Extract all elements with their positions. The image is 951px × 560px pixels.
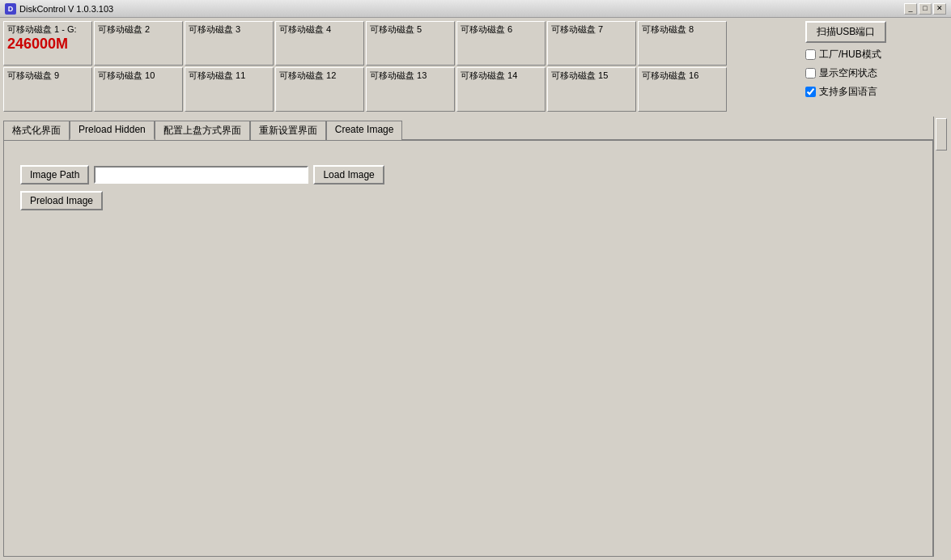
tab-config-mount[interactable]: 配置上盘方式界面 [155,121,250,140]
multilang-checkbox[interactable] [805,87,816,97]
drive-5-label: 可移动磁盘 5 [370,23,451,36]
drive-13-label: 可移动磁盘 13 [370,70,451,82]
drive-cell-16[interactable]: 可移动磁盘 16 [638,67,727,112]
drive-14-label: 可移动磁盘 14 [461,70,541,82]
factory-hub-label: 工厂/HUB模式 [819,48,881,62]
maximize-button[interactable]: □ [919,3,932,15]
form-area: Image Path Load Image Preload Image [20,165,916,210]
drive-cell-15[interactable]: 可移动磁盘 15 [547,67,636,112]
tab-bar: 格式化界面 Preload Hidden 配置上盘方式界面 重新设置界面 Cre… [3,120,933,141]
show-idle-row: 显示空闲状态 [805,66,948,80]
drive-cell-8[interactable]: 可移动磁盘 8 [638,21,727,66]
drive-2-label: 可移动磁盘 2 [98,23,179,36]
tab-config-mount-label: 配置上盘方式界面 [163,125,241,136]
drive-cell-9[interactable]: 可移动磁盘 9 [3,67,92,112]
multilang-label: 支持多国语言 [819,85,877,99]
drive-cell-13[interactable]: 可移动磁盘 13 [366,67,455,112]
image-path-button[interactable]: Image Path [20,165,89,185]
drive-8-label: 可移动磁盘 8 [642,23,723,36]
drive-cell-4[interactable]: 可移动磁盘 4 [275,21,364,66]
drive-1-value: 246000M [7,36,68,52]
drive-cell-1[interactable]: 可移动磁盘 1 - G: 246000M [3,21,92,66]
multilang-row: 支持多国语言 [805,85,948,99]
drive-9-label: 可移动磁盘 9 [7,70,88,82]
tab-content-preload-hidden: Image Path Load Image Preload Image [3,141,933,557]
drive-7-label: 可移动磁盘 7 [551,23,632,36]
drive-15-label: 可移动磁盘 15 [551,70,632,82]
drive-cell-2[interactable]: 可移动磁盘 2 [94,21,183,66]
content-area: 格式化界面 Preload Hidden 配置上盘方式界面 重新设置界面 Cre… [3,117,933,557]
drive-cell-10[interactable]: 可移动磁盘 10 [94,67,183,112]
drive-cell-5[interactable]: 可移动磁盘 5 [366,21,455,66]
drive-cell-11[interactable]: 可移动磁盘 11 [185,67,274,112]
drive-cell-12[interactable]: 可移动磁盘 12 [275,67,364,112]
tab-reset[interactable]: 重新设置界面 [250,121,326,140]
title-bar-controls: _ □ ✕ [904,3,946,15]
drive-grid: 可移动磁盘 1 - G: 246000M 可移动磁盘 2 可移动磁盘 3 可移动… [3,21,799,113]
tab-create-image[interactable]: Create Image [326,121,403,140]
preload-image-row: Preload Image [20,191,916,210]
drive-section: 可移动磁盘 1 - G: 246000M 可移动磁盘 2 可移动磁盘 3 可移动… [3,21,948,113]
show-idle-label: 显示空闲状态 [819,66,877,80]
drive-11-label: 可移动磁盘 11 [189,70,270,82]
preload-image-button[interactable]: Preload Image [20,191,103,210]
drive-row-1: 可移动磁盘 1 - G: 246000M 可移动磁盘 2 可移动磁盘 3 可移动… [3,21,799,66]
title-bar: D DiskControl V 1.0.3.103 _ □ ✕ [0,0,951,18]
main-layout: 格式化界面 Preload Hidden 配置上盘方式界面 重新设置界面 Cre… [3,117,948,557]
image-path-input[interactable] [94,166,308,184]
scrollbar[interactable] [933,117,948,557]
title-bar-left: D DiskControl V 1.0.3.103 [5,3,113,15]
load-image-button[interactable]: Load Image [313,165,384,185]
image-path-row: Image Path Load Image [20,165,916,185]
tab-create-image-label: Create Image [335,124,394,135]
show-idle-checkbox[interactable] [805,68,816,78]
right-panel: 扫描USB端口 工厂/HUB模式 显示空闲状态 支持多国语言 [802,21,948,113]
drive-cell-3[interactable]: 可移动磁盘 3 [185,21,274,66]
drive-row-2: 可移动磁盘 9 可移动磁盘 10 可移动磁盘 11 可移动磁盘 12 可移动磁盘… [3,67,799,112]
tab-format-label: 格式化界面 [12,125,61,136]
drive-3-label: 可移动磁盘 3 [189,23,270,36]
factory-hub-row: 工厂/HUB模式 [805,48,948,62]
scan-usb-button[interactable]: 扫描USB端口 [805,21,886,43]
drive-6-label: 可移动磁盘 6 [461,23,541,36]
drive-10-label: 可移动磁盘 10 [98,70,179,82]
drive-16-label: 可移动磁盘 16 [642,70,723,82]
factory-hub-checkbox[interactable] [805,49,816,60]
scrollbar-thumb[interactable] [936,118,947,151]
minimize-button[interactable]: _ [904,3,917,15]
drive-4-label: 可移动磁盘 4 [279,23,360,36]
tab-reset-label: 重新设置界面 [259,125,317,136]
window-body: 可移动磁盘 1 - G: 246000M 可移动磁盘 2 可移动磁盘 3 可移动… [0,18,951,560]
drive-cell-6[interactable]: 可移动磁盘 6 [456,21,546,66]
tab-preload-hidden-label: Preload Hidden [79,124,146,135]
tab-preload-hidden[interactable]: Preload Hidden [70,121,155,140]
close-button[interactable]: ✕ [933,3,946,15]
drive-12-label: 可移动磁盘 12 [279,70,360,82]
drive-cell-7[interactable]: 可移动磁盘 7 [547,21,636,66]
app-title: DiskControl V 1.0.3.103 [19,4,113,14]
app-icon: D [5,3,16,15]
drive-cell-14[interactable]: 可移动磁盘 14 [456,67,546,112]
tab-format[interactable]: 格式化界面 [3,121,70,140]
drive-1-label: 可移动磁盘 1 - G: [7,23,88,36]
